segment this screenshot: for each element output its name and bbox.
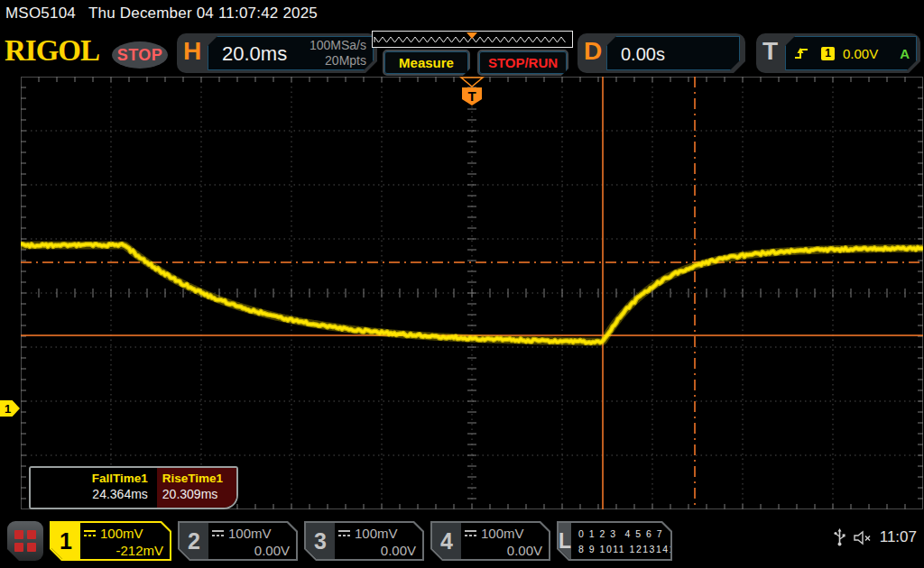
trigger-slope-icon (794, 46, 809, 60)
trigger-inner-box: 1 0.00V A (785, 36, 917, 70)
menu-grid-icon (14, 530, 36, 552)
channel1-scale: 100mV (100, 525, 143, 542)
titlebar: MSO5104Thu December 04 11:07:42 2025 (5, 5, 318, 23)
run-state-badge: STOP (112, 41, 168, 69)
measurement-name: FallTime1 (31, 471, 148, 486)
logic-row-8-15: 8 9 1011 12131415 (578, 542, 682, 557)
datetime: Thu December 04 11:07:42 2025 (88, 5, 318, 22)
channel4-scale: 100mV (481, 525, 524, 542)
measurement-panel[interactable]: FallTime1 24.364ms RiseTime1 20.309ms (29, 466, 238, 509)
horizontal-label: H (183, 37, 201, 66)
dc-coupling-icon (337, 529, 351, 537)
trigger-settings-box[interactable]: T 1 0.00V A (756, 33, 920, 73)
stop-run-button[interactable]: STOP/RUN (477, 50, 568, 76)
measurement-risetime[interactable]: RiseTime1 20.309ms (157, 468, 236, 508)
horizontal-inner-box: 20.0ms 100MSa/s 20Mpts (208, 36, 374, 70)
waveform-display-area[interactable]: T (21, 77, 923, 509)
measure-button[interactable]: Measure (383, 50, 470, 76)
logic-channels-box[interactable]: L 0 1 2 3 4 5 6 7 8 9 1011 12131415 (557, 521, 672, 561)
delay-value: 0.00s (621, 44, 665, 65)
dc-coupling-icon (464, 529, 477, 537)
delay-label: D (584, 37, 602, 66)
usb-icon (834, 528, 845, 546)
logic-label: L (559, 523, 571, 559)
channel1-ground-marker[interactable]: 1 (0, 400, 20, 417)
trigger-level-value: 0.00V (843, 46, 900, 61)
clock: 11:07 (880, 528, 917, 546)
model-name: MSO5104 (5, 5, 76, 22)
acquisition-info: 100MSa/s 20Mpts (310, 38, 366, 69)
timebase-value: 20.0ms (222, 42, 287, 66)
trigger-label: T (762, 37, 778, 66)
channel3-offset: 0.00V (337, 542, 416, 559)
dc-coupling-icon (211, 529, 225, 537)
channel1-number: 1 (51, 523, 80, 559)
channel2-scale: 100mV (228, 525, 272, 542)
memory-depth: 20Mpts (310, 53, 366, 69)
channel1-offset: -212mV (83, 542, 163, 559)
channel2-box[interactable]: 2 100mV 0.00V (178, 521, 298, 561)
channel3-box[interactable]: 3 100mV 0.00V (304, 521, 424, 561)
channel4-box[interactable]: 4 100mV 0.00V (430, 521, 550, 561)
speaker-muted-icon[interactable] (853, 530, 873, 545)
channel1-box[interactable]: 1 100mV -212mV (50, 521, 171, 561)
sample-rate: 100MSa/s (310, 38, 366, 53)
menu-button[interactable] (7, 521, 43, 561)
horizontal-settings-box[interactable]: H 20.0ms 100MSa/s 20Mpts (177, 33, 377, 73)
channel4-offset: 0.00V (464, 542, 542, 559)
channel4-number: 4 (432, 523, 461, 559)
measurement-value: 24.364ms (31, 486, 148, 502)
delay-inner-box: 0.00s (606, 36, 740, 70)
waveform-overview-strip[interactable] (372, 31, 573, 48)
measurement-value: 20.309ms (162, 486, 236, 502)
rigol-logo: RIGOL (5, 34, 99, 68)
logic-row-0-7: 0 1 2 3 4 5 6 7 (578, 527, 682, 542)
oscilloscope-screen: MSO5104Thu December 04 11:07:42 2025 RIG… (0, 0, 924, 568)
measurement-falltime[interactable]: FallTime1 24.364ms (31, 468, 157, 508)
channel3-scale: 100mV (355, 525, 398, 542)
trigger-source-badge: 1 (821, 47, 835, 60)
svg-text:T: T (467, 88, 476, 104)
delay-settings-box[interactable]: D 0.00s (578, 33, 745, 73)
channel2-offset: 0.00V (211, 542, 290, 559)
status-bar: 11:07 (834, 528, 917, 546)
measurement-name: RiseTime1 (162, 471, 236, 486)
overview-zigzag-icon (373, 32, 570, 45)
channel3-number: 3 (306, 523, 335, 559)
trigger-mode: A (900, 46, 910, 61)
channel2-number: 2 (180, 523, 208, 559)
scope-plot: T (21, 77, 923, 509)
dc-coupling-icon (83, 529, 97, 537)
